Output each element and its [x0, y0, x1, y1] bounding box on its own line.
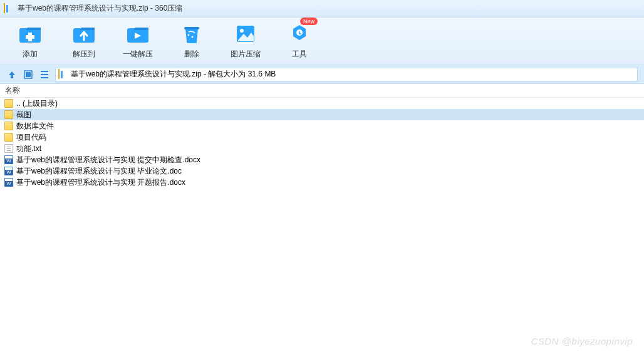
- list-item[interactable]: 基于web的课程管理系统设计与实现 开题报告.docx: [0, 177, 644, 188]
- one-click-extract-label: 一键解压: [123, 49, 153, 60]
- list-item[interactable]: 基于web的课程管理系统设计与实现 毕业论文.doc: [0, 165, 644, 177]
- file-name: 基于web的课程管理系统设计与实现 毕业论文.doc: [16, 166, 182, 177]
- view-list-icon[interactable]: [39, 69, 50, 80]
- file-name: 数据库文件: [16, 121, 54, 132]
- svg-rect-12: [26, 72, 31, 77]
- app-icon: [4, 4, 14, 14]
- doc-icon: [4, 177, 14, 187]
- txt-icon: [4, 143, 14, 154]
- delete-icon: [180, 23, 204, 45]
- file-name: 项目代码: [16, 132, 46, 143]
- list-item[interactable]: 数据库文件: [0, 120, 644, 132]
- folder-icon: [4, 110, 14, 120]
- add-icon: [18, 23, 42, 45]
- folder-icon: [4, 121, 14, 131]
- path-text: 基于web的课程管理系统设计与实现.zip - 解包大小为 31.6 MB: [71, 69, 276, 80]
- add-button[interactable]: 添加: [13, 23, 48, 60]
- doc-icon: [4, 166, 14, 176]
- extract-to-icon: [72, 23, 96, 45]
- list-item[interactable]: 基于web的课程管理系统设计与实现 提交中期检查.docx: [0, 154, 644, 165]
- file-name: 基于web的课程管理系统设计与实现 开题报告.docx: [16, 177, 185, 188]
- file-list: .. (上级目录)截图数据库文件项目代码功能.txt基于web的课程管理系统设计…: [0, 98, 644, 188]
- list-item[interactable]: 功能.txt: [0, 143, 644, 154]
- folder-icon: [4, 98, 14, 108]
- svg-rect-2: [26, 35, 34, 39]
- delete-label: 删除: [184, 49, 199, 60]
- watermark: CSDN @biyezuopinvip: [531, 336, 633, 346]
- file-name: 功能.txt: [16, 143, 41, 154]
- column-header[interactable]: 名称: [0, 84, 644, 98]
- add-label: 添加: [23, 49, 38, 60]
- extract-to-label: 解压到: [73, 49, 95, 60]
- new-badge: New: [300, 18, 318, 25]
- file-name: .. (上级目录): [16, 98, 58, 109]
- list-item[interactable]: 截图: [0, 109, 644, 120]
- image-compress-button[interactable]: 图片压缩: [228, 23, 263, 60]
- list-item[interactable]: .. (上级目录): [0, 98, 644, 109]
- tools-button[interactable]: New 工具: [282, 23, 317, 60]
- doc-icon: [4, 155, 14, 165]
- svg-point-6: [188, 34, 190, 36]
- one-click-extract-button[interactable]: 一键解压: [120, 23, 155, 60]
- one-click-extract-icon: [126, 23, 150, 45]
- zip-file-icon: [58, 70, 68, 80]
- svg-point-9: [240, 29, 244, 33]
- window-title: 基于web的课程管理系统设计与实现.zip - 360压缩: [18, 3, 182, 14]
- svg-rect-5: [184, 27, 199, 29]
- column-name-header: 名称: [5, 85, 20, 96]
- extract-to-button[interactable]: 解压到: [66, 23, 101, 60]
- pathbar: 基于web的课程管理系统设计与实现.zip - 解包大小为 31.6 MB: [0, 65, 644, 84]
- svg-point-7: [192, 36, 194, 38]
- image-compress-icon: [234, 23, 257, 45]
- file-name: 截图: [16, 110, 31, 120]
- titlebar: 基于web的课程管理系统设计与实现.zip - 360压缩: [0, 0, 644, 18]
- delete-button[interactable]: 删除: [174, 23, 209, 60]
- toolbar: 添加 解压到 一键解压 删除 图片压缩 New 工具: [0, 18, 644, 65]
- tools-icon: New: [288, 23, 311, 45]
- folder-icon: [4, 132, 14, 142]
- tools-label: 工具: [292, 49, 307, 60]
- up-arrow-icon[interactable]: [6, 69, 18, 80]
- view-details-icon[interactable]: [23, 69, 34, 80]
- path-box[interactable]: 基于web的课程管理系统设计与实现.zip - 解包大小为 31.6 MB: [55, 68, 638, 81]
- file-name: 基于web的课程管理系统设计与实现 提交中期检查.docx: [16, 155, 200, 165]
- list-item[interactable]: 项目代码: [0, 132, 644, 143]
- image-compress-label: 图片压缩: [231, 49, 261, 60]
